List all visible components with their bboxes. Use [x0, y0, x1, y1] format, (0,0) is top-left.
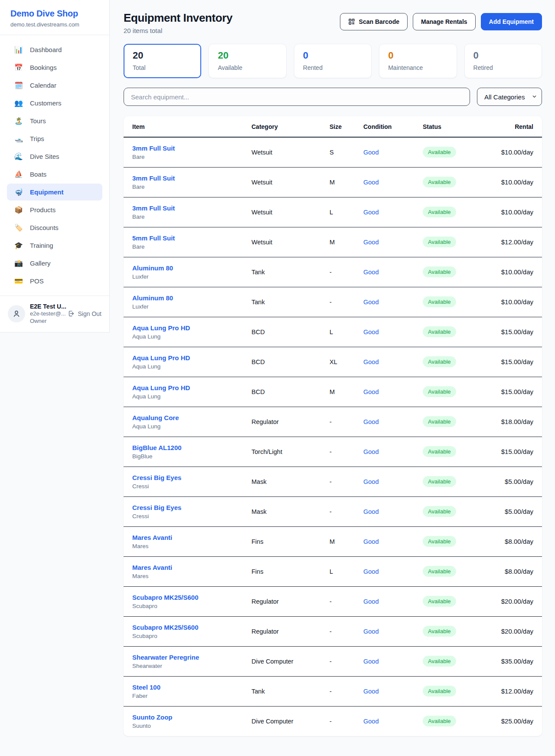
- status-cell: Available: [423, 167, 488, 197]
- scan-barcode-label: Scan Barcode: [359, 18, 399, 25]
- brand-block: Demo Dive Shop demo.test.divestreams.com: [0, 0, 109, 35]
- sidebar-item[interactable]: 🛥️ Trips: [7, 130, 102, 147]
- scan-barcode-button[interactable]: Scan Barcode: [340, 13, 408, 30]
- condition-link[interactable]: Good: [363, 418, 379, 425]
- item-name-link[interactable]: Aluminum 80: [132, 294, 251, 302]
- condition-link[interactable]: Good: [363, 358, 379, 365]
- brand-title[interactable]: Demo Dive Shop: [10, 9, 99, 19]
- condition-cell: Good: [363, 257, 423, 287]
- item-brand: Aqua Lung: [132, 393, 251, 400]
- stat-card[interactable]: 0 Maintenance: [379, 44, 457, 78]
- item-name-link[interactable]: Aqua Lung Pro HD: [132, 324, 251, 332]
- equipment-table-card: Item Category Size Condition Status Rent…: [124, 116, 542, 736]
- status-badge: Available: [423, 207, 456, 217]
- sidebar-item[interactable]: 🗓️ Calendar: [7, 77, 102, 94]
- stat-card[interactable]: 0 Rented: [294, 44, 372, 78]
- category-filter-select[interactable]: All Categories: [477, 88, 542, 106]
- item-cell: 3mm Full Suit Bare: [124, 137, 251, 167]
- sidebar-item[interactable]: 🏝️ Tours: [7, 112, 102, 129]
- condition-link[interactable]: Good: [363, 269, 379, 276]
- item-name-link[interactable]: Aqua Lung Pro HD: [132, 384, 251, 391]
- item-name-link[interactable]: Shearwater Peregrine: [132, 654, 251, 661]
- condition-link[interactable]: Good: [363, 209, 379, 216]
- column-item: Item: [124, 116, 251, 137]
- status-badge: Available: [423, 536, 456, 547]
- category-cell: Tank: [251, 676, 330, 706]
- condition-link[interactable]: Good: [363, 538, 379, 545]
- item-name-link[interactable]: Scubapro MK25/S600: [132, 624, 251, 631]
- item-name-link[interactable]: Aluminum 80: [132, 264, 251, 272]
- category-cell: Fins: [251, 526, 330, 556]
- sidebar-item[interactable]: 📦 Products: [7, 201, 102, 218]
- item-name-link[interactable]: Steel 100: [132, 684, 251, 691]
- item-brand: Mares: [132, 543, 251, 549]
- sidebar-item[interactable]: 📅 Bookings: [7, 59, 102, 76]
- stat-card[interactable]: 0 Retired: [464, 44, 542, 78]
- sidebar-item[interactable]: 🏷️ Discounts: [7, 219, 102, 236]
- item-brand: Suunto: [132, 723, 251, 729]
- sidebar: Demo Dive Shop demo.test.divestreams.com…: [0, 0, 110, 332]
- item-name-link[interactable]: Cressi Big Eyes: [132, 474, 251, 481]
- sidebar-item[interactable]: 💳 POS: [7, 273, 102, 289]
- main-content: Equipment Inventory 20 items total: [110, 0, 555, 746]
- sidebar-item[interactable]: 👥 Customers: [7, 95, 102, 112]
- sidebar-item[interactable]: 🎓 Training: [7, 237, 102, 254]
- manage-rentals-label: Manage Rentals: [421, 18, 467, 25]
- item-cell: 3mm Full Suit Bare: [124, 197, 251, 227]
- stat-card[interactable]: 20 Total: [124, 44, 201, 78]
- condition-link[interactable]: Good: [363, 718, 379, 725]
- item-name-link[interactable]: Suunto Zoop: [132, 713, 251, 721]
- category-cell: Regulator: [251, 616, 330, 646]
- item-name-link[interactable]: BigBlue AL1200: [132, 444, 251, 451]
- filter-row: All Categories: [124, 88, 542, 106]
- category-cell: Tank: [251, 257, 330, 287]
- rental-cell: $12.00/day: [488, 227, 542, 257]
- condition-link[interactable]: Good: [363, 448, 379, 455]
- condition-link[interactable]: Good: [363, 329, 379, 335]
- condition-link[interactable]: Good: [363, 568, 379, 575]
- sidebar-item[interactable]: 🤿 Equipment: [7, 184, 102, 201]
- item-name-link[interactable]: 3mm Full Suit: [132, 174, 251, 182]
- sidebar-item[interactable]: 🌊 Dive Sites: [7, 148, 102, 165]
- condition-link[interactable]: Good: [363, 688, 379, 695]
- column-condition: Condition: [363, 116, 423, 137]
- condition-link[interactable]: Good: [363, 179, 379, 186]
- rental-cell: $15.00/day: [488, 437, 542, 467]
- item-name-link[interactable]: Cressi Big Eyes: [132, 504, 251, 511]
- condition-cell: Good: [363, 407, 423, 437]
- sidebar-item[interactable]: 📊 Dashboard: [7, 41, 102, 58]
- table-header-row: Item Category Size Condition Status Rent…: [124, 116, 542, 137]
- condition-link[interactable]: Good: [363, 508, 379, 515]
- condition-link[interactable]: Good: [363, 628, 379, 635]
- sidebar-item[interactable]: 📸 Gallery: [7, 255, 102, 272]
- item-name-link[interactable]: 3mm Full Suit: [132, 204, 251, 212]
- search-input[interactable]: [124, 88, 470, 106]
- item-name-link[interactable]: Mares Avanti: [132, 564, 251, 571]
- sidebar-item[interactable]: ⛵ Boats: [7, 166, 102, 183]
- rental-cell: $8.00/day: [488, 526, 542, 556]
- condition-link[interactable]: Good: [363, 658, 379, 665]
- condition-link[interactable]: Good: [363, 388, 379, 395]
- condition-link[interactable]: Good: [363, 149, 379, 156]
- add-equipment-button[interactable]: Add Equipment: [481, 13, 542, 30]
- item-name-link[interactable]: Aqualung Core: [132, 414, 251, 421]
- item-name-link[interactable]: Scubapro MK25/S600: [132, 594, 251, 601]
- item-brand: Cressi: [132, 483, 251, 490]
- stat-label: Maintenance: [388, 64, 447, 71]
- item-name-link[interactable]: Aqua Lung Pro HD: [132, 354, 251, 362]
- item-name-link[interactable]: Mares Avanti: [132, 534, 251, 541]
- size-cell: -: [330, 407, 363, 437]
- item-name-link[interactable]: 5mm Full Suit: [132, 234, 251, 242]
- condition-link[interactable]: Good: [363, 478, 379, 485]
- condition-link[interactable]: Good: [363, 598, 379, 605]
- status-badge: Available: [423, 296, 456, 307]
- manage-rentals-button[interactable]: Manage Rentals: [413, 13, 476, 30]
- category-cell: Dive Computer: [251, 646, 330, 676]
- item-name-link[interactable]: 3mm Full Suit: [132, 145, 251, 152]
- stat-card[interactable]: 20 Available: [209, 44, 286, 78]
- condition-link[interactable]: Good: [363, 299, 379, 306]
- rental-cell: $10.00/day: [488, 287, 542, 317]
- condition-link[interactable]: Good: [363, 239, 379, 246]
- sign-out-button[interactable]: Sign Out: [68, 310, 101, 317]
- nav-item-label: Dashboard: [30, 46, 62, 53]
